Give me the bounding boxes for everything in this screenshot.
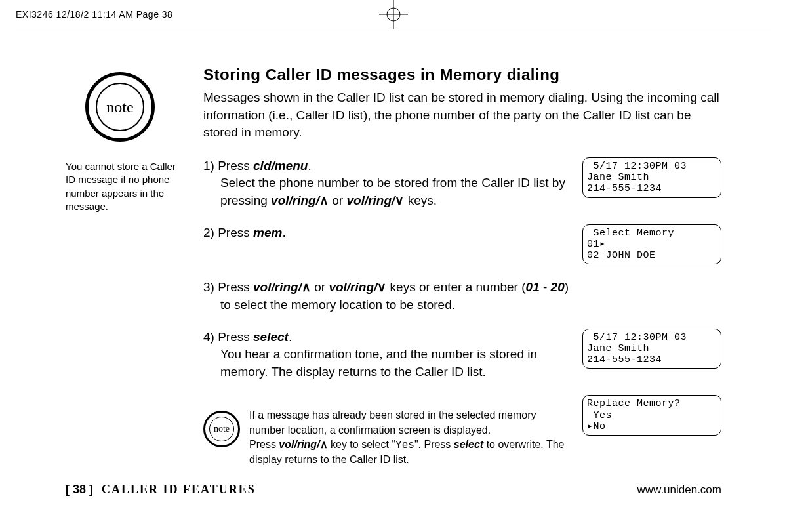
up-arrow-icon: ∧ bbox=[320, 439, 328, 450]
text: 1) Press bbox=[203, 159, 253, 173]
step-2-text: 2) Press mem. bbox=[203, 224, 575, 242]
text: 3) Press bbox=[203, 280, 253, 294]
step-2-row: 2) Press mem. Select Memory 01▸ 02 JOHN … bbox=[203, 224, 721, 265]
text: 20 bbox=[551, 280, 565, 294]
text: key to select " bbox=[328, 439, 396, 450]
page-number: [ 38 ] bbox=[66, 483, 93, 496]
text: . bbox=[282, 226, 285, 239]
key-vol-ring: vol/ring/ bbox=[253, 280, 302, 294]
text: keys or enter a number ( bbox=[386, 280, 525, 294]
text: or bbox=[311, 280, 329, 294]
key-cid-menu: cid/menu bbox=[253, 159, 308, 173]
margin-note-column: note You cannot store a Caller ID messag… bbox=[66, 72, 184, 213]
note-icon-small: note bbox=[203, 411, 240, 447]
text: keys. bbox=[404, 194, 437, 207]
text: ". Press bbox=[414, 439, 454, 450]
footer-url: www.uniden.com bbox=[637, 483, 721, 497]
step-4-row: 4) Press select. You hear a confirmation… bbox=[203, 329, 721, 381]
section-title: Storing Caller ID messages in Memory dia… bbox=[203, 66, 721, 84]
text: If a message has already been stored in … bbox=[249, 409, 536, 435]
key-mem: mem bbox=[253, 226, 282, 239]
text: - bbox=[540, 280, 551, 294]
page-footer: [ 38 ] CALLER ID FEATURES www.uniden.com bbox=[66, 483, 721, 497]
step-4-text: 4) Press select. You hear a confirmation… bbox=[203, 329, 575, 381]
up-arrow-icon: ∧ bbox=[302, 280, 311, 294]
lcd-display-1: 5/17 12:30PM 03 Jane Smith 214-555-1234 bbox=[582, 157, 721, 198]
text: 01 bbox=[526, 280, 540, 294]
inline-note-row: note If a message has already been store… bbox=[203, 395, 721, 468]
prepress-header-text: EXI3246 12/18/2 11:14 AM Page 38 bbox=[16, 9, 172, 20]
lcd-display-2: Select Memory 01▸ 02 JOHN DOE bbox=[582, 224, 721, 265]
step-1-row: 1) Press cid/menu. Select the phone numb… bbox=[203, 157, 721, 210]
step-3-text: 3) Press vol/ring/∧ or vol/ring/∨ keys o… bbox=[203, 279, 577, 314]
text: 4) Press bbox=[203, 330, 253, 344]
key-vol-ring: vol/ring/ bbox=[271, 194, 319, 207]
down-arrow-icon: ∨ bbox=[395, 194, 404, 207]
key-vol-ring: vol/ring/ bbox=[346, 194, 395, 207]
section-name: CALLER ID FEATURES bbox=[102, 483, 256, 496]
down-arrow-icon: ∨ bbox=[377, 280, 386, 294]
note-icon-label: note bbox=[96, 83, 144, 131]
text: . bbox=[289, 330, 292, 344]
text: or bbox=[329, 194, 346, 207]
lcd-display-4: Replace Memory? Yes ▸No bbox=[582, 395, 721, 436]
key-vol-ring: vol/ring/ bbox=[329, 280, 377, 294]
text: . bbox=[308, 159, 311, 173]
note-icon-small-label: note bbox=[209, 417, 234, 441]
up-arrow-icon: ∧ bbox=[319, 194, 329, 207]
key-select: select bbox=[454, 439, 483, 450]
text: Press bbox=[249, 439, 279, 450]
step-3-row: 3) Press vol/ring/∧ or vol/ring/∨ keys o… bbox=[203, 279, 721, 314]
key-select: select bbox=[253, 330, 289, 344]
lcd-display-3: 5/17 12:30PM 03 Jane Smith 214-555-1234 bbox=[582, 329, 721, 369]
text: You hear a confirmation tone, and the nu… bbox=[203, 346, 575, 380]
intro-paragraph: Messages shown in the Caller ID list can… bbox=[203, 89, 721, 142]
key-vol-ring: vol/ring/ bbox=[279, 439, 319, 450]
margin-note-text: You cannot store a Caller ID message if … bbox=[66, 160, 177, 213]
inline-note-text: If a message has already been stored in … bbox=[249, 408, 575, 468]
text: Yes bbox=[395, 440, 414, 451]
step-1-text: 1) Press cid/menu. Select the phone numb… bbox=[203, 157, 575, 210]
page-content: note You cannot store a Caller ID messag… bbox=[66, 66, 721, 493]
footer-left: [ 38 ] CALLER ID FEATURES bbox=[66, 483, 256, 497]
text: 2) Press bbox=[203, 226, 253, 239]
crop-mark-icon bbox=[379, 0, 408, 29]
main-column: Storing Caller ID messages in Memory dia… bbox=[203, 66, 721, 482]
note-icon: note bbox=[85, 72, 155, 142]
